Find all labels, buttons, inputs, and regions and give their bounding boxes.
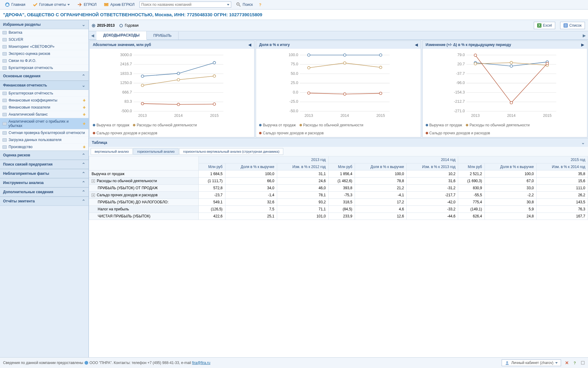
table-cell: 393,8: [328, 185, 355, 192]
section-header[interactable]: Отчёты эмитента⌃: [0, 197, 89, 206]
svg-text:2015: 2015: [376, 113, 385, 118]
sidebar-item[interactable]: Бухгалтерская отчетность: [0, 64, 89, 71]
analysis-tab[interactable]: вертикальный анализ: [91, 148, 133, 155]
chevron-down-icon: ⌄: [82, 22, 85, 27]
pin-icon[interactable]: [82, 113, 86, 116]
svg-text:75.0: 75.0: [291, 62, 298, 66]
folder-icon: [2, 66, 7, 70]
section-list: Бухгалтерская отчётностьФинансовые коэфф…: [0, 90, 89, 151]
legend-dot: [93, 124, 95, 126]
legend-dot: [259, 132, 262, 134]
sidebar-item[interactable]: Визитка: [0, 29, 89, 36]
table-cell: 549,1: [198, 199, 225, 206]
legend-dot: [426, 132, 428, 134]
table-cell: 318,5: [328, 199, 355, 206]
legend-label: Сальдо прочих доходов и расходов: [263, 131, 324, 135]
sidebar-item[interactable]: Счетная проверка бухгалтерской отчетност…: [0, 129, 89, 136]
reports-button[interactable]: Готовые отчеты: [30, 1, 73, 8]
section-header[interactable]: Неблагоприятные факты⌃: [0, 169, 89, 178]
legend-dot: [133, 124, 135, 126]
chart-collapse-icon[interactable]: ▶: [581, 43, 584, 47]
chart-title-text: Доля в % к итогу: [259, 43, 290, 47]
period-type-radio[interactable]: Годовая: [119, 23, 138, 28]
svg-point-79: [474, 63, 477, 65]
section-header[interactable]: Поиск связей предприятия⌃: [0, 160, 89, 169]
sidebar-item[interactable]: Аналитический отчет о прибылях и убытках: [0, 118, 89, 129]
sidebar-item-label: Счетная проверка бухгалтерской отчетност…: [9, 131, 85, 135]
table-cell: (126,5): [198, 206, 225, 213]
sidebar-item[interactable]: Финансовые показатели: [0, 104, 89, 111]
sidebar-item[interactable]: Загрузка данных пользователя: [0, 136, 89, 144]
folder-icon: [2, 52, 7, 56]
egrul-button[interactable]: ЕГРЮЛ: [75, 1, 99, 8]
expand-button[interactable]: +: [92, 179, 95, 183]
folder-icon: [2, 92, 7, 95]
section-header[interactable]: Дополнительные сведения⌃: [0, 187, 89, 197]
dropdown-arrow-icon[interactable]: [227, 4, 229, 6]
search-input[interactable]: [141, 2, 227, 7]
sidebar-item[interactable]: Экспресс-оценка рисков: [0, 50, 89, 57]
section-header[interactable]: Оценка рисков⌃: [0, 151, 89, 160]
list-icon: [564, 23, 568, 28]
section-header[interactable]: Финансовая отчетность⌄: [0, 81, 89, 90]
search-label: Поиск: [243, 2, 253, 7]
sidebar-item[interactable]: Производство: [0, 144, 89, 151]
tabs-row: ◀ ДОХОДЫ/РАСХОДЫ ПРИБЫЛЬ ▶: [89, 31, 588, 40]
svg-point-54: [344, 62, 346, 64]
archive-button[interactable]: Архив ЕГРЮЛ: [101, 1, 137, 8]
tab-prev-arrow[interactable]: ◀: [89, 32, 96, 39]
sidebar-item[interactable]: SOLVER: [0, 36, 89, 43]
analysis-tab[interactable]: горизонтально-вертикальный анализ (струк…: [179, 148, 283, 155]
search-input-container[interactable]: [139, 2, 231, 8]
chevron-up-icon: ⌃: [82, 162, 85, 167]
section-header[interactable]: Инструменты анализа⌃: [0, 178, 89, 187]
home-button[interactable]: Главная: [2, 1, 28, 8]
expand-button[interactable]: +: [92, 194, 95, 197]
svg-point-84: [546, 62, 548, 65]
user-account-button[interactable]: Личный кабинет (zharov): [502, 359, 561, 360]
sidebar-item[interactable]: Связи по Ф.И.О.: [0, 57, 89, 64]
sidebar-item[interactable]: Финансовые коэффициенты: [0, 97, 89, 104]
legend-label: Расходы по обычной деятельности: [469, 123, 530, 127]
help-icon[interactable]: ?: [258, 2, 263, 7]
reports-label: Готовые отчеты: [39, 2, 66, 7]
row-label: ПРИБЫЛЬ (УБЫТОК) ОТ ПРОДАЖ: [89, 185, 199, 192]
search-button[interactable]: Поиск: [234, 1, 255, 8]
table-cell: -55,5: [458, 192, 485, 199]
legend-item: Выручка от продаж: [93, 123, 129, 127]
sidebar-item[interactable]: Мониторинг «СВЕТОФОР»: [0, 43, 89, 50]
chevron-down-icon: ⌄: [581, 140, 585, 145]
table-cell: 25,1: [225, 213, 277, 220]
sidebar-item[interactable]: Аналитический баланс: [0, 111, 89, 118]
folder-icon: [2, 145, 7, 149]
svg-text:25.0: 25.0: [291, 81, 298, 85]
pin-icon[interactable]: [82, 105, 86, 109]
sidebar-item-label: Аналитический отчет о прибылях и убытках: [9, 119, 81, 128]
pin-icon[interactable]: [82, 98, 86, 102]
section-label: Оценка рисков: [3, 153, 30, 157]
svg-text:?: ?: [259, 3, 261, 7]
tab-profit[interactable]: ПРИБЫЛЬ: [147, 32, 179, 40]
pin-icon[interactable]: [82, 145, 86, 149]
table-cell: 67,0: [485, 178, 537, 185]
legend-dot: [300, 124, 302, 126]
tab-next-arrow[interactable]: ▶: [580, 32, 588, 39]
pin-icon[interactable]: [82, 122, 86, 125]
list-button[interactable]: Список: [560, 22, 585, 29]
favorites-header[interactable]: Избранные разделы⌄: [0, 20, 89, 29]
table-header[interactable]: Таблица⌄: [89, 138, 588, 147]
period-range-radio[interactable]: 2015-2013: [92, 23, 115, 28]
table-cell: 5,9: [485, 206, 537, 213]
table-cell: 233,9: [328, 213, 355, 220]
charts-row: Абсолютные значения, млн руб◀-500.083.36…: [89, 40, 588, 138]
chart-collapse-icon[interactable]: ◀: [415, 43, 418, 47]
svg-point-80: [510, 61, 512, 64]
chart-collapse-icon[interactable]: ◀: [248, 43, 251, 47]
section-header[interactable]: Основные сведения⌃: [0, 71, 89, 81]
sidebar-item[interactable]: Бухгалтерская отчётность: [0, 90, 89, 97]
svg-point-30: [141, 102, 144, 105]
excel-button[interactable]: XExcel: [534, 22, 555, 29]
svg-text:50.0: 50.0: [291, 71, 298, 76]
analysis-tab[interactable]: горизонтальный анализ: [133, 148, 179, 155]
tab-income-expense[interactable]: ДОХОДЫ/РАСХОДЫ: [96, 31, 147, 40]
